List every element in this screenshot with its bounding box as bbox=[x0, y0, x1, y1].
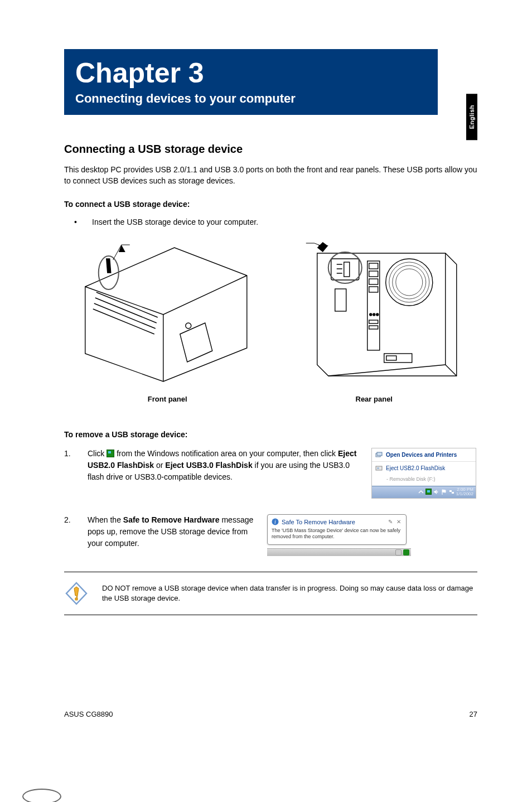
chapter-header: Chapter 3 Connecting devices to your com… bbox=[64, 49, 438, 115]
svg-rect-27 bbox=[452, 492, 454, 494]
network-icon[interactable] bbox=[448, 489, 455, 495]
svg-point-5 bbox=[389, 262, 429, 302]
bullet-row: • Insert the USB storage device to your … bbox=[64, 218, 477, 226]
balloon-controls[interactable]: ✎ ✕ bbox=[388, 518, 402, 526]
disk-icon bbox=[375, 465, 383, 471]
section-heading: Connecting a USB storage device bbox=[64, 143, 477, 156]
warning-icon bbox=[64, 581, 89, 606]
step2-bold: Safe to Remove Hardware bbox=[123, 515, 220, 524]
warning-box: DO NOT remove a USB storage device when … bbox=[64, 572, 477, 615]
step-2-body: When the Safe to Remove Hardware message… bbox=[88, 514, 260, 549]
step1-figure: Open Devices and Printers Eject USB2.0 F… bbox=[371, 448, 477, 499]
menu-eject-label: Eject USB2.0 FlashDisk bbox=[386, 464, 445, 472]
svg-rect-3 bbox=[344, 262, 349, 277]
tray-highlight-oval bbox=[22, 789, 61, 802]
svg-rect-11 bbox=[369, 279, 378, 284]
step1-mid: from the Windows notification area on yo… bbox=[117, 449, 338, 458]
step1-or: or bbox=[156, 461, 165, 470]
footer-left: ASUS CG8890 bbox=[64, 710, 113, 718]
bullet-mark: • bbox=[64, 218, 92, 226]
step2-pre: When the bbox=[88, 515, 123, 524]
svg-point-4 bbox=[385, 259, 432, 306]
footer-page-number: 27 bbox=[470, 710, 477, 718]
taskbar: 2:00 PM 1/1/2002 bbox=[372, 486, 476, 498]
svg-point-7 bbox=[395, 269, 422, 296]
svg-rect-23 bbox=[377, 452, 382, 456]
balloon-body: The 'USB Mass Storage Device' device can… bbox=[272, 528, 402, 540]
caption-front: Front panel bbox=[64, 395, 271, 403]
svg-point-21 bbox=[328, 252, 361, 283]
svg-rect-20 bbox=[386, 356, 396, 360]
caption-rear: Rear panel bbox=[271, 395, 478, 403]
connect-heading: To connect a USB storage device: bbox=[64, 200, 477, 209]
svg-rect-9 bbox=[369, 263, 378, 269]
footer: ASUS CG8890 27 bbox=[64, 710, 477, 718]
svg-rect-12 bbox=[369, 287, 378, 292]
svg-rect-16 bbox=[369, 320, 378, 323]
svg-rect-25 bbox=[377, 467, 379, 469]
chapter-subtitle: Connecting devices to your computer bbox=[75, 91, 427, 106]
language-tab: English bbox=[466, 94, 477, 140]
rear-panel-illustration bbox=[279, 242, 478, 387]
step1-pre: Click bbox=[88, 449, 107, 458]
svg-point-13 bbox=[369, 313, 371, 316]
volume-icon[interactable] bbox=[433, 489, 439, 495]
step1-bold2: Eject USB3.0 FlashDisk bbox=[165, 461, 252, 470]
remove-heading: To remove a USB storage device: bbox=[64, 430, 477, 439]
svg-rect-19 bbox=[384, 354, 412, 363]
svg-point-14 bbox=[373, 313, 375, 316]
menu-open-devices[interactable]: Open Devices and Printers bbox=[372, 448, 476, 462]
eject-menu: Open Devices and Printers Eject USB2.0 F… bbox=[371, 448, 476, 499]
svg-point-15 bbox=[376, 313, 378, 316]
menu-eject[interactable]: Eject USB2.0 FlashDisk bbox=[372, 462, 476, 475]
svg-rect-26 bbox=[449, 490, 452, 492]
chevron-up-icon[interactable] bbox=[418, 489, 424, 495]
front-panel-svg bbox=[64, 242, 263, 387]
front-panel-illustration bbox=[64, 242, 263, 387]
svg-rect-10 bbox=[369, 271, 378, 277]
step-1-body: Click from the Windows notification area… bbox=[88, 448, 365, 483]
intro-text: This desktop PC provides USB 2.0/1.1 and… bbox=[64, 165, 477, 186]
svg-rect-17 bbox=[369, 326, 378, 329]
bullet-text: Insert the USB storage device to your co… bbox=[92, 218, 258, 226]
step-num-2: 2. bbox=[64, 514, 88, 526]
tray-safely-remove-icon-2[interactable] bbox=[403, 549, 409, 555]
info-icon: i bbox=[272, 518, 279, 525]
tray-safely-remove-icon[interactable] bbox=[425, 489, 432, 495]
rear-panel-svg bbox=[279, 242, 478, 387]
safely-remove-icon bbox=[107, 450, 114, 457]
tray-chevron-icon[interactable] bbox=[395, 549, 402, 555]
warning-text: DO NOT remove a USB storage device when … bbox=[102, 583, 477, 603]
svg-text:i: i bbox=[274, 519, 276, 525]
flag-icon[interactable] bbox=[441, 489, 447, 495]
menu-removable-disk[interactable]: - Removable Disk (F:) bbox=[372, 475, 476, 486]
svg-point-6 bbox=[392, 265, 425, 299]
safe-remove-balloon: i Safe To Remove Hardware ✎ ✕ The 'USB M… bbox=[267, 514, 407, 545]
devices-icon bbox=[375, 452, 383, 458]
taskbar-clock[interactable]: 2:00 PM 1/1/2002 bbox=[456, 487, 473, 496]
step2-figure: i Safe To Remove Hardware ✎ ✕ The 'USB M… bbox=[267, 514, 411, 556]
menu-open-devices-label: Open Devices and Printers bbox=[386, 451, 457, 459]
svg-point-0 bbox=[186, 323, 191, 328]
chapter-title: Chapter 3 bbox=[75, 57, 427, 89]
clock-date: 1/1/2002 bbox=[456, 492, 473, 496]
balloon-taskbar bbox=[267, 548, 411, 556]
balloon-title: Safe To Remove Hardware bbox=[282, 518, 355, 527]
step-num-1: 1. bbox=[64, 448, 88, 460]
svg-rect-18 bbox=[335, 289, 346, 311]
